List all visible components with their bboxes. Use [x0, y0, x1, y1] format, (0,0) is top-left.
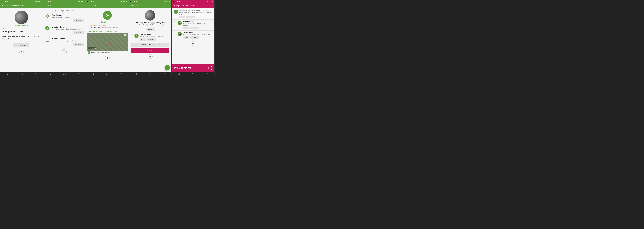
- field1-label-a: What's the title of your new activity?: [0, 28, 43, 30]
- allow-view-checkbox[interactable]: ✓: [88, 52, 90, 54]
- nav-square-c[interactable]: □: [121, 73, 122, 75]
- task-section-title: Choose a type of task to add:: [43, 8, 86, 13]
- location-hunt-name: Location Hunt: [52, 26, 84, 28]
- nav-home-e[interactable]: ◯: [192, 73, 194, 75]
- redacted-title-d: [151, 22, 155, 24]
- info-icon-e: i: [174, 10, 178, 14]
- finish-btn-d[interactable]: FINISH: [131, 48, 170, 53]
- drag-handle-d[interactable]: =: [131, 34, 133, 36]
- info-edit-btn-e[interactable]: EDIT: [179, 16, 185, 18]
- top-bar-c: New Task: [86, 3, 128, 8]
- nav-back-e[interactable]: ◀: [178, 73, 180, 75]
- status-bar-e: 📱 ☰ ⏰ 📶 38% 16:38: [172, 0, 214, 3]
- screen-b: 📱 ☰ ⏰ 📶 45% 16:27 New Task Choose a type…: [43, 0, 86, 76]
- save-return-text-e: SAVE AND RETURN: [174, 67, 192, 69]
- nav-back-b[interactable]: ◀: [49, 73, 51, 75]
- screen-b-content: Choose a type of task to add: Map Markin…: [43, 8, 86, 72]
- compass-icon-b: ➤: [45, 26, 50, 31]
- activity-edit-btn-d[interactable]: EDIT: [146, 28, 155, 31]
- nav-square-d[interactable]: □: [164, 73, 165, 75]
- screen-c: 📱 ☰ ⏰ 📶 44% 16:32 New Task ➤ Location Hu…: [86, 0, 129, 76]
- nav-square-a[interactable]: □: [35, 73, 36, 75]
- nav-square-e[interactable]: □: [207, 73, 208, 75]
- screen-d: 📱 ☰ ⏰ 📶 44% 16:32 Add Tasks Let's Explor…: [129, 0, 172, 76]
- screen-a-title: Create A New Activity: [5, 5, 24, 7]
- map-area-c[interactable]: 📍 Roman baths ⊕: [87, 33, 128, 51]
- instruction-text-c: Let's go to the old shipyards in: [88, 26, 126, 29]
- status-left-b: 📱 ☰ ⏰ 📶: [44, 1, 52, 2]
- nav-square-b[interactable]: □: [78, 73, 80, 75]
- location-hunt-title-c: Location Hunt: [86, 21, 128, 23]
- status-bar-c: 📱 ☰ ⏰ 📶 44% 16:32: [86, 0, 128, 3]
- status-right-d: 44% 16:32: [164, 1, 170, 2]
- redacted-e2: [198, 12, 203, 13]
- location-hunt-desc: Hunt down a given coordinate using a tra…: [52, 28, 84, 30]
- task-edit-btn-d[interactable]: EDIT: [140, 38, 146, 41]
- audio-remove-btn-e[interactable]: REMOVE: [190, 27, 199, 29]
- map-marking-name: Map Marking: [52, 14, 84, 16]
- info-remove-btn-e[interactable]: REMOVE: [186, 16, 195, 18]
- drag-handle-photo-e[interactable]: =: [174, 32, 176, 34]
- svg-rect-3: [46, 39, 49, 39]
- task-remove-btn-d[interactable]: REMOVE: [147, 38, 156, 41]
- location-hunt-choose-btn[interactable]: CHOOSE: [72, 31, 84, 34]
- camera-icon-e: 📷: [178, 32, 182, 36]
- location-hunt-icon-b: ➤: [45, 26, 50, 31]
- top-bar-e: Manage Follow-Up Tasks: [172, 3, 214, 8]
- nav-bar-d: ◀ ◯ □: [129, 72, 172, 76]
- activity-image-a[interactable]: [15, 11, 28, 24]
- compass-icon-lg: ➤: [103, 11, 112, 20]
- nav-back-d[interactable]: ◀: [135, 73, 136, 75]
- circle-label-a: A: [19, 50, 24, 54]
- fab-btn-d[interactable]: +: [164, 65, 170, 70]
- info-section-e: i built some of the greatest ships of th…: [172, 8, 214, 20]
- back-arrow-a[interactable]: ←: [2, 4, 4, 7]
- tap-image-label: Tap to add an image: [0, 25, 43, 26]
- nav-back-c[interactable]: ◀: [92, 73, 94, 75]
- nav-home-a[interactable]: ◯: [20, 73, 23, 75]
- activity-title-input[interactable]: [0, 30, 43, 33]
- audio-edit-btn-e[interactable]: EDIT: [183, 27, 189, 29]
- follow-task-audio-e: = 🎤 Record Audio What is the area like t…: [172, 20, 214, 31]
- nav-back-a[interactable]: ◀: [6, 73, 8, 75]
- screen-c-content: ➤ Location Hunt Write instructions for t…: [86, 8, 128, 72]
- task-option-location-hunt: ➤ Location Hunt Hunt down a given coordi…: [43, 25, 86, 36]
- status-right-e: 38% 16:38: [207, 1, 213, 2]
- multiple-choice-choose-btn[interactable]: CHOOSE: [72, 43, 84, 46]
- nav-home-d[interactable]: ◯: [149, 73, 152, 75]
- redacted-text-c: [104, 27, 111, 29]
- screen-e-content: i built some of the greatest ships of th…: [172, 8, 214, 72]
- activity-desc-input[interactable]: What were the shipyards like in their ha…: [0, 35, 43, 40]
- svg-marker-2: [47, 17, 48, 19]
- follow-task-photo-e: = 📷 Take a Photo What can you find that …: [172, 31, 214, 40]
- circle-label-e: E: [191, 41, 196, 46]
- task-row-d: = ➤ Location Hunt Let's go to the old sh…: [129, 33, 172, 42]
- add-tasks-btn-d[interactable]: ADD FOLLOW-UP TASKS: [131, 43, 170, 47]
- map-marking-choose-btn[interactable]: CHOOSE: [72, 19, 84, 22]
- status-bar-d: 📱 ☰ ⏰ 📶 44% 16:32: [129, 0, 172, 3]
- screen-b-title: New Task: [45, 5, 53, 7]
- multiple-choice-desc: Choose an answer from a given set of opt…: [52, 40, 84, 42]
- photo-remove-btn-e[interactable]: REMOVE: [190, 36, 199, 39]
- info-actions-e: EDIT REMOVE: [179, 16, 212, 18]
- nav-bar-a: ◀ ◯ □: [0, 72, 43, 76]
- nav-home-b[interactable]: ◯: [63, 73, 66, 75]
- audio-task-desc-e: What is the area like today? How has it …: [183, 23, 212, 26]
- continue-button[interactable]: CONTINUE: [13, 43, 30, 47]
- photo-task-desc-e: What can you find that hints at the area…: [183, 34, 212, 36]
- image-placeholder-a: [15, 11, 28, 24]
- drag-handle-audio-e[interactable]: =: [174, 21, 176, 23]
- task-row-actions-d: EDIT REMOVE: [140, 38, 170, 41]
- svg-rect-4: [46, 40, 49, 40]
- map-pin-c: 📍: [109, 43, 113, 46]
- map-label-c: Roman baths: [88, 47, 96, 49]
- save-return-fab-e[interactable]: +: [208, 66, 212, 70]
- allow-view-text: Allow the user to view on a map: [91, 52, 110, 53]
- status-left-e: 📱 ☰ ⏰ 📶: [173, 1, 180, 2]
- task-option-map-marking: Map Marking Mark your location onto a ma…: [43, 13, 86, 25]
- photo-edit-btn-e[interactable]: EDIT: [183, 36, 189, 39]
- nav-home-c[interactable]: ◯: [106, 73, 108, 75]
- pin-icon: [46, 14, 49, 19]
- screen-c-title: New Task: [88, 5, 96, 7]
- instruction-label-c: Write instructions for this task!: [86, 24, 128, 26]
